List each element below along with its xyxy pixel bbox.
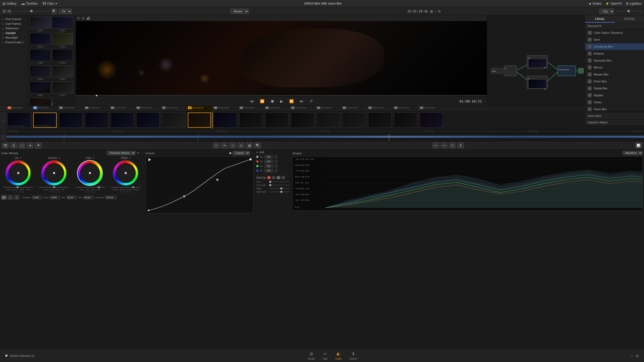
gamma-color-wheel[interactable] (41, 160, 67, 186)
offset-reset[interactable]: ↺ (129, 157, 131, 159)
lift-slider[interactable] (3, 187, 33, 188)
timeline-clip-7[interactable] (161, 111, 187, 129)
fx-item-cst[interactable]: ⊞ Color Space Transform (585, 29, 644, 36)
high-slider-track[interactable] (269, 188, 290, 189)
tool-export-btn[interactable]: ⬆ (457, 143, 464, 148)
more-icon[interactable]: ··· (434, 9, 437, 13)
timeline-clip-4[interactable] (84, 111, 109, 129)
list-item[interactable]: 1.24.1 (30, 65, 51, 80)
fx-item-ripples[interactable]: ⊞ Ripples (585, 92, 644, 99)
reset-g-btn[interactable]: ↺ (274, 164, 278, 168)
settings-icon[interactable]: ⚙ (635, 354, 639, 358)
curves-more-icon[interactable]: ··· (251, 152, 253, 155)
tool-camera-btn[interactable]: 📷 (2, 143, 9, 148)
list-item[interactable]: 1.21.1 (30, 33, 51, 48)
mode-2-btn[interactable]: 2 (14, 195, 19, 200)
tool-undo-btn[interactable]: ↩ (433, 143, 439, 148)
tool-grid-btn[interactable]: ⊞ (10, 143, 17, 148)
timeline-clip-14[interactable] (341, 111, 367, 129)
home-icon[interactable]: ⌂ (631, 354, 633, 358)
scrollbar[interactable] (52, 98, 53, 106)
sidebar-item-first-frames[interactable]: ▷ First Frames (0, 17, 28, 21)
clips-tab[interactable]: 🎞 Clips ▾ (43, 2, 57, 5)
hue-input[interactable] (83, 196, 94, 199)
list-item[interactable]: 1.20.1 (52, 17, 73, 32)
tool-screen-btn[interactable]: ⊡ (449, 143, 456, 148)
gain-slider[interactable] (75, 187, 105, 188)
lift-color-wheel[interactable] (5, 160, 31, 186)
soft-clip-g-btn[interactable]: G (272, 176, 275, 179)
fullscreen-icon[interactable]: ⊞ (430, 9, 433, 13)
lowsoft-slider-track[interactable] (269, 185, 290, 185)
fx-item-dent[interactable]: ⊞ Dent (585, 36, 644, 43)
search-btn[interactable]: 🔍 (52, 9, 57, 14)
edit-value-r[interactable]: 100 (264, 160, 273, 163)
layout-toggle-2[interactable]: ⊟ (7, 10, 11, 13)
fx-item-gaussian[interactable]: ⊞ Gaussian Blur (585, 57, 644, 64)
edit-value-g[interactable]: 100 (264, 164, 273, 168)
tool-select-btn[interactable]: ◻ (230, 143, 236, 148)
fx-item-directional-blur[interactable]: ⊞ Directional Blur (585, 43, 644, 50)
skip-fwd-btn[interactable]: ⏭ (298, 98, 305, 104)
timeline-clip-13[interactable] (316, 111, 341, 129)
pivot-input[interactable] (50, 196, 60, 199)
tool-circle2-btn[interactable]: ◎ (238, 143, 244, 148)
fx-item-vortex[interactable]: ⊞ Vortex (585, 99, 644, 106)
timeline-clip-8[interactable] (187, 111, 213, 129)
timeline-clip-6[interactable] (135, 111, 161, 129)
step-fwd-btn[interactable]: ⏩ (288, 98, 295, 104)
gallery-tab[interactable]: ▤ Gallery (3, 2, 16, 5)
fit-dropdown[interactable]: Fit (59, 9, 72, 14)
timeline-clip-2[interactable]: C20_2016-02-05_1 (32, 111, 58, 129)
reset-icon[interactable]: ↺ (137, 151, 139, 155)
curves-mode-dropdown[interactable]: Custom (233, 151, 250, 155)
gain-slider-thumb[interactable] (98, 186, 100, 188)
clip-zoom-slider[interactable] (616, 11, 637, 12)
timeline-clip-12[interactable] (290, 111, 316, 129)
play-btn[interactable]: ▶ (279, 98, 285, 104)
lift-slider-thumb[interactable] (16, 186, 19, 188)
reset-b-btn[interactable]: ↺ (274, 169, 278, 173)
zoom-slider[interactable] (13, 11, 49, 12)
offset-slider[interactable] (111, 187, 141, 188)
contrast-input[interactable]: 1.000 (32, 196, 42, 199)
tool-gradient-btn[interactable]: ▦ (246, 143, 253, 148)
library-tab[interactable]: Library (585, 15, 615, 23)
lowsoft-slider-thumb[interactable] (269, 184, 271, 186)
sidebar-item-moonlight[interactable]: ▷ Moonlight (0, 35, 28, 40)
wheels-more-icon[interactable]: ··· (140, 152, 143, 155)
lift-reset[interactable]: ↺ (20, 157, 22, 159)
refresh-icon[interactable]: ↻ (438, 9, 441, 13)
settings-tab[interactable]: Settings (615, 15, 644, 23)
gamma-reset[interactable]: ↺ (58, 157, 60, 159)
clip-more-icon[interactable]: ··· (639, 9, 642, 13)
clip-dropdown[interactable]: Clip (599, 9, 614, 14)
low-slider-thumb[interactable] (269, 181, 271, 183)
clip-zoom-handle[interactable] (627, 10, 630, 12)
reset-y-btn[interactable]: ↺ (274, 155, 278, 159)
list-item[interactable]: 1.22.1 (52, 33, 73, 48)
sidebar-item-reference[interactable]: ▷ Reference (0, 26, 28, 31)
list-item[interactable]: 1.56î (30, 49, 51, 64)
nav-edit[interactable]: ✂ Edit (323, 351, 328, 360)
list-item[interactable]: ... (30, 98, 51, 106)
nav-deliver[interactable]: ⬆ Deliver (349, 351, 357, 360)
list-item[interactable]: 1.25.1 (52, 65, 73, 80)
reset-r-btn[interactable]: ↺ (274, 160, 278, 163)
fx-item-prism[interactable]: ⊞ Prism Blur (585, 78, 644, 85)
tool-mag-btn[interactable]: 🔍 (254, 143, 261, 148)
lummix-input[interactable] (105, 196, 117, 199)
tool-pencil-btn[interactable]: ✏ (213, 143, 220, 148)
tool-redo-btn[interactable]: ↪ (441, 143, 447, 148)
scopes-mode-dropdown[interactable]: Waveform (623, 151, 643, 155)
layout-toggle-1[interactable]: ⊞ (2, 10, 6, 13)
sidebar-item-daylight[interactable]: ▷ Daylight (0, 31, 28, 35)
timeline-clip-10[interactable] (238, 111, 264, 129)
gamma-slider[interactable] (39, 187, 69, 188)
tool-pen-btn[interactable]: ✒ (221, 143, 228, 148)
timeline-clip-5[interactable] (109, 111, 135, 129)
fx-item-radial[interactable]: ⊞ Radial Blur (585, 85, 644, 92)
offset-color-wheel[interactable] (113, 160, 139, 186)
openfx-btn[interactable]: ⚡ OpenFX (605, 2, 622, 5)
mode-1-btn[interactable]: 1 (8, 195, 13, 200)
